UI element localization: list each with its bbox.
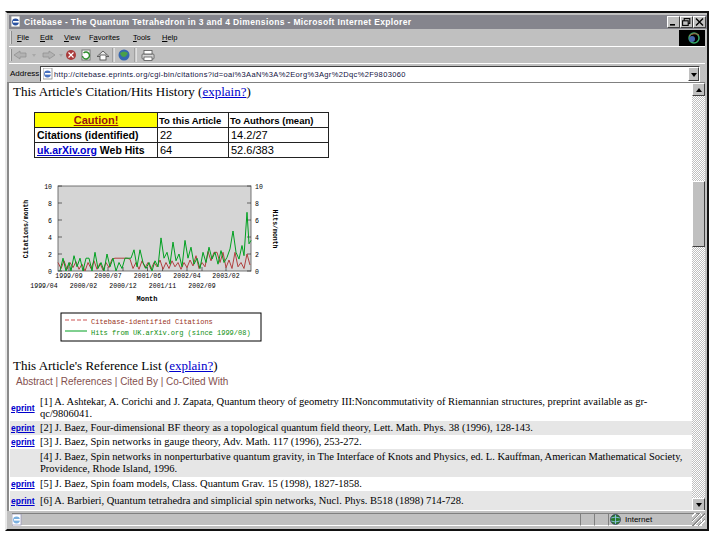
svg-text:Hits from UK.arXiv.org (since: Hits from UK.arXiv.org (since 1999/08) [91, 329, 251, 337]
svg-text:0: 0 [48, 269, 52, 276]
svg-text:10: 10 [44, 184, 52, 191]
svg-text:1999/09: 1999/09 [55, 273, 82, 280]
svg-text:4: 4 [48, 235, 52, 242]
svg-text:2001/11: 2001/11 [149, 283, 176, 290]
svg-text:2000/07: 2000/07 [94, 273, 121, 280]
svg-text:Citations/month: Citations/month [23, 200, 30, 259]
svg-text:Month: Month [136, 295, 157, 303]
svg-text:4: 4 [255, 235, 259, 242]
svg-text:2001/06: 2001/06 [134, 273, 161, 280]
svg-text:2003/02: 2003/02 [212, 273, 239, 280]
svg-text:Hits/month: Hits/month [271, 209, 278, 248]
svg-text:Citebase-identified Citations: Citebase-identified Citations [91, 318, 213, 326]
svg-text:2000/12: 2000/12 [109, 283, 136, 290]
svg-text:6: 6 [255, 218, 259, 225]
svg-text:2: 2 [48, 252, 52, 259]
svg-text:6: 6 [48, 218, 52, 225]
svg-text:1999/04: 1999/04 [30, 283, 57, 290]
svg-text:8: 8 [255, 201, 259, 208]
svg-text:2002/04: 2002/04 [173, 273, 200, 280]
svg-text:10: 10 [255, 184, 263, 191]
svg-text:0: 0 [255, 269, 259, 276]
svg-text:2002/09: 2002/09 [188, 283, 215, 290]
svg-text:2000/02: 2000/02 [70, 283, 97, 290]
svg-text:2: 2 [255, 252, 259, 259]
svg-text:8: 8 [48, 201, 52, 208]
